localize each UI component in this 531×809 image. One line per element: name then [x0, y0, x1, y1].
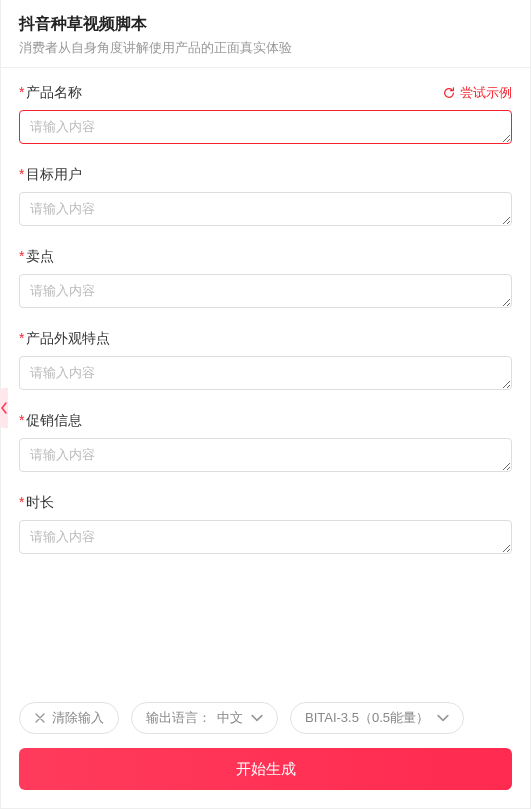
output-language-select[interactable]: 输出语言：中文	[131, 702, 278, 734]
form-group-target_user: *目标用户	[19, 166, 512, 230]
label-row: *促销信息	[19, 412, 512, 430]
required-asterisk: *	[19, 494, 24, 510]
product_name-input[interactable]	[19, 110, 512, 144]
field-label-text: 卖点	[26, 248, 54, 264]
field-label-appearance: *产品外观特点	[19, 330, 110, 348]
field-label-text: 产品名称	[26, 84, 82, 100]
model-label: BITAI-3.5（0.5能量）	[305, 709, 429, 727]
required-asterisk: *	[19, 248, 24, 264]
page-header: 抖音种草视频脚本 消费者从自身角度讲解使用产品的正面真实体验	[1, 0, 530, 68]
field-label-product_name: *产品名称	[19, 84, 82, 102]
start-generate-label: 开始生成	[236, 760, 296, 777]
label-row: *时长	[19, 494, 512, 512]
app-root: 抖音种草视频脚本 消费者从自身角度讲解使用产品的正面真实体验 *产品名称尝试示例…	[0, 0, 531, 809]
target_user-input[interactable]	[19, 192, 512, 226]
label-row: *卖点	[19, 248, 512, 266]
field-label-target_user: *目标用户	[19, 166, 82, 184]
field-label-text: 产品外观特点	[26, 330, 110, 346]
form-group-appearance: *产品外观特点	[19, 330, 512, 394]
footer: 清除输入 输出语言：中文 BITAI-3.5（0.5能量） 开始生成	[1, 690, 530, 808]
appearance-input[interactable]	[19, 356, 512, 390]
refresh-icon	[442, 86, 456, 100]
selling_point-input[interactable]	[19, 274, 512, 308]
label-row: *产品名称尝试示例	[19, 84, 512, 102]
collapse-tab[interactable]	[0, 388, 8, 428]
model-select[interactable]: BITAI-3.5（0.5能量）	[290, 702, 464, 734]
clear-input-button[interactable]: 清除输入	[19, 702, 119, 734]
required-asterisk: *	[19, 166, 24, 182]
page-subtitle: 消费者从自身角度讲解使用产品的正面真实体验	[19, 39, 512, 57]
output-language-label: 输出语言：	[146, 709, 211, 727]
field-label-duration: *时长	[19, 494, 54, 512]
chevron-down-icon	[251, 712, 263, 724]
output-language-value: 中文	[217, 709, 243, 727]
duration-input[interactable]	[19, 520, 512, 554]
chevron-down-icon	[437, 712, 449, 724]
field-label-selling_point: *卖点	[19, 248, 54, 266]
form-group-duration: *时长	[19, 494, 512, 558]
label-row: *目标用户	[19, 166, 512, 184]
chevron-left-icon	[0, 402, 8, 414]
field-label-promotion: *促销信息	[19, 412, 82, 430]
footer-controls: 清除输入 输出语言：中文 BITAI-3.5（0.5能量）	[19, 702, 512, 734]
required-asterisk: *	[19, 330, 24, 346]
promotion-input[interactable]	[19, 438, 512, 472]
start-generate-button[interactable]: 开始生成	[19, 748, 512, 790]
page-title: 抖音种草视频脚本	[19, 14, 512, 35]
clear-input-label: 清除输入	[52, 709, 104, 727]
form-group-selling_point: *卖点	[19, 248, 512, 312]
form-body: *产品名称尝试示例*目标用户*卖点*产品外观特点*促销信息*时长	[1, 68, 530, 690]
form-group-promotion: *促销信息	[19, 412, 512, 476]
try-example-label: 尝试示例	[460, 84, 512, 102]
label-row: *产品外观特点	[19, 330, 512, 348]
field-label-text: 时长	[26, 494, 54, 510]
field-label-text: 促销信息	[26, 412, 82, 428]
close-icon	[34, 712, 46, 724]
field-label-text: 目标用户	[26, 166, 82, 182]
required-asterisk: *	[19, 84, 24, 100]
form-group-product_name: *产品名称尝试示例	[19, 84, 512, 148]
try-example-button[interactable]: 尝试示例	[442, 84, 512, 102]
required-asterisk: *	[19, 412, 24, 428]
